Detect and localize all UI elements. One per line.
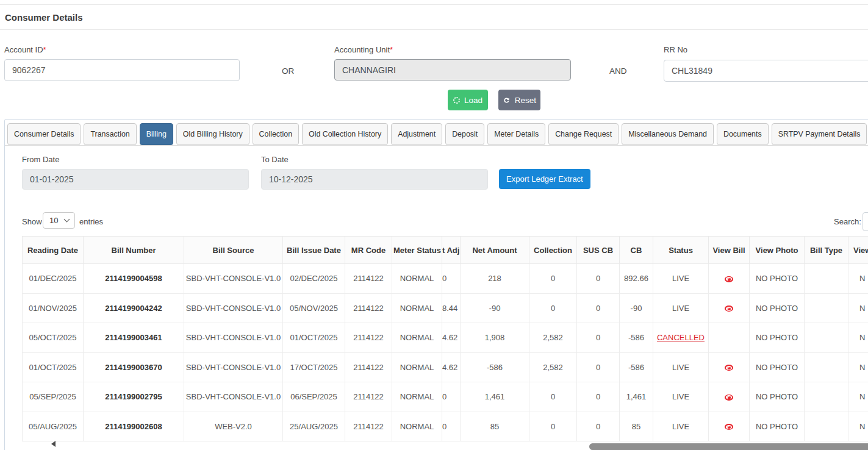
col-header-cb[interactable]: CB [620,237,653,264]
view-bill-eye-icon[interactable] [725,276,733,282]
cell-collection: 0 [529,382,577,412]
from-date-input[interactable]: 01-01-2025 [22,169,249,190]
cell-sus-cb: 0 [577,412,620,441]
cell-net-amount: 218 [461,264,529,294]
col-header-bill_number[interactable]: Bill Number [84,237,184,264]
cell-collection: 0 [529,293,577,323]
tab-deposit[interactable]: Deposit [445,123,484,145]
or-text: OR [282,66,294,76]
cell-view-photo: NO PHOTO [750,264,805,294]
cell-bill-number: 2114199003461 [84,323,184,353]
scrollbar-left-arrow[interactable] [51,441,56,447]
cell-bill-source: SBD-VHT-CONSOLE-V1.0 [184,264,283,294]
view-bill-eye-icon[interactable] [725,305,733,312]
tab-collection[interactable]: Collection [253,123,299,145]
cell-meter-status: NORMAL [392,352,442,382]
rr-no-label: RR No [664,45,687,54]
cell-bill-source: SBD-VHT-CONSOLE-V1.0 [184,293,283,323]
cell-net-amount: -586 [461,352,529,382]
rr-no-input[interactable] [664,60,868,82]
tab-consumer-details[interactable]: Consumer Details [7,123,81,145]
cell-view-bill [709,293,750,323]
to-date-input[interactable]: 10-12-2025 [261,169,488,190]
cell-collection: 2,582 [529,323,577,353]
export-ledger-extract-button[interactable]: Export Ledger Extract [499,169,590,189]
cell-bill-source: SBD-VHT-CONSOLE-V1.0 [184,352,283,382]
cell-mr-code: 2114122 [345,293,392,323]
reset-button[interactable]: Reset [498,90,540,110]
cell-view-bill [709,323,750,353]
col-header-collection[interactable]: Collection [529,237,577,264]
search-input[interactable] [863,212,868,231]
col-header-mr_code[interactable]: MR Code [345,237,392,264]
cell-bill-number: 2114199002608 [84,412,184,441]
cell-sus-cb: 0 [577,382,620,412]
table-row: 01/NOV/20252114199004242SBD-VHT-CONSOLE-… [23,293,868,323]
cell-adj: 0 [442,382,461,412]
col-header-bill_source[interactable]: Bill Source [184,237,283,264]
tab-old-billing-history[interactable]: Old Billing History [176,123,249,145]
cell-view-photo: NO PHOTO [750,323,805,353]
table-header-row: Reading DateBill NumberBill SourceBill I… [23,237,868,264]
cell-status: LIVE [653,382,709,412]
tab-adjustment[interactable]: Adjustment [391,123,442,145]
cell-status: LIVE [653,293,709,323]
cell-adj: 8.44 [442,293,461,323]
col-header-status[interactable]: Status [653,237,709,264]
accounting-unit-label: Accounting Unit* [334,45,393,54]
col-header-adj[interactable]: t Adj [442,237,461,264]
view-bill-eye-icon[interactable] [725,395,733,401]
cell-cb: -586 [620,352,653,382]
cell-mr-code: 2114122 [345,352,392,382]
col-header-net_amount[interactable]: Net Amount [461,237,529,264]
tab-change-request[interactable]: Change Request [548,123,619,145]
horizontal-scrollbar-thumb[interactable] [589,443,868,450]
tab-old-collection-history[interactable]: Old Collection History [302,123,388,145]
col-header-meter_status[interactable]: Meter Status [392,237,442,264]
accounting-unit-input[interactable] [334,59,571,80]
cell-cb: 1,461 [620,382,653,412]
account-id-input[interactable] [4,59,240,81]
col-header-sus_cb[interactable]: SUS CB [577,237,620,264]
col-header-bill_type[interactable]: Bill Type [805,237,848,264]
tab-billing[interactable]: Billing [140,123,173,145]
cell-view-bill [709,264,750,294]
cell-bill-source: WEB-V2.0 [184,412,283,441]
col-header-view_photo[interactable]: View Photo [750,237,805,264]
cell-sus-cb: 0 [577,293,620,323]
load-button[interactable]: Load [448,90,488,110]
cell-view-more: N [848,323,868,353]
cell-bill-type [805,293,848,323]
tab-meter-details[interactable]: Meter Details [487,123,545,145]
tab-srtpv-payment-details[interactable]: SRTPV Payment Details [772,123,867,145]
cell-bill-source: SBD-VHT-CONSOLE-V1.0 [184,323,283,353]
cell-cb: 892.66 [620,264,653,294]
page-size-select[interactable]: 10 [43,212,75,229]
cell-bill-type [805,323,848,353]
cell-net-amount: 85 [461,412,529,441]
cell-bill-issue-date: 06/SEP/2025 [283,382,345,412]
cell-bill-issue-date: 17/OCT/2025 [283,352,345,382]
title-divider [0,29,868,30]
cell-bill-issue-date: 02/DEC/2025 [283,264,345,294]
cell-view-bill [709,352,750,382]
tab-documents[interactable]: Documents [717,123,769,145]
tab-bar: Consumer DetailsTransactionBillingOld Bi… [4,123,868,146]
view-bill-eye-icon[interactable] [725,365,733,371]
col-header-bill_issue_date[interactable]: Bill Issue Date [283,237,345,264]
col-header-reading_date[interactable]: Reading Date [23,237,84,264]
view-bill-eye-icon[interactable] [725,424,733,430]
cell-meter-status: NORMAL [392,264,442,294]
col-header-view_more[interactable]: View [848,237,868,264]
cell-view-bill [709,412,750,441]
tab-transaction[interactable]: Transaction [84,123,136,145]
col-header-view_bill[interactable]: View Bill [709,237,750,264]
page-title: Consumer Details [5,12,83,23]
cell-reading-date: 05/OCT/2025 [23,323,84,353]
cell-net-amount: 1,908 [461,323,529,353]
from-date-label: From Date [22,155,59,164]
cell-meter-status: NORMAL [392,382,442,412]
cell-status[interactable]: CANCELLED [653,323,709,353]
show-label: Show [22,217,42,226]
tab-miscellaneous-demand[interactable]: Miscellaneous Demand [622,123,714,145]
